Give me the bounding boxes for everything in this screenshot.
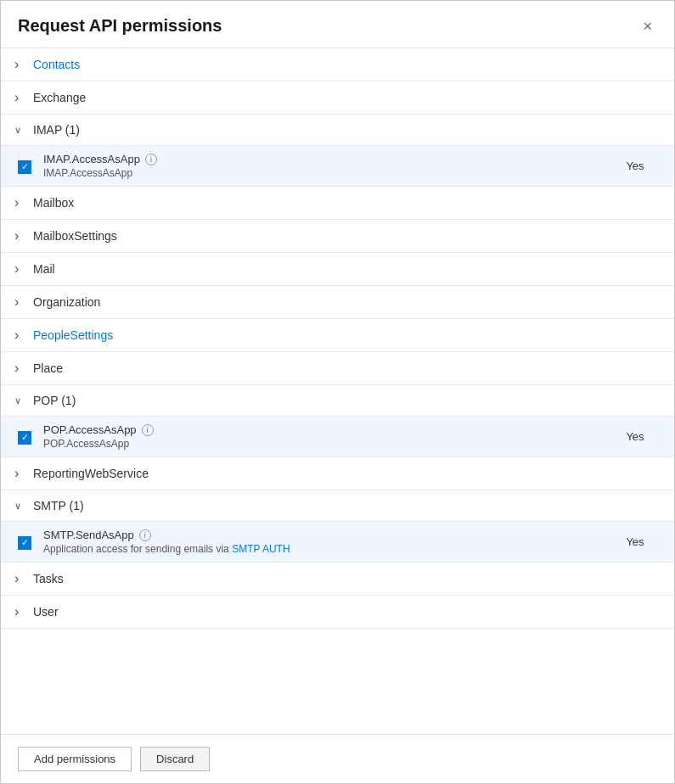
section-label-mail: Mail [33,262,55,276]
section-user: ›User [1,596,674,629]
chevron-icon-peoplesettings: › [14,328,26,343]
perm-admin-SMTP.SendAsApp: Yes [610,535,661,548]
section-header-tasks[interactable]: ›Tasks [1,563,674,595]
perm-name-SMTP.SendAsApp: SMTP.SendAsAppi [43,529,610,541]
section-header-organization[interactable]: ›Organization [1,286,674,318]
dialog-header: Request API permissions × [1,1,674,48]
chevron-icon-smtp: ∨ [14,501,26,512]
section-header-peoplesettings[interactable]: ›PeopleSettings [1,319,674,351]
chevron-icon-pop: ∨ [14,395,26,406]
chevron-icon-mailbox: › [14,195,26,210]
section-header-mailboxsettings[interactable]: ›MailboxSettings [1,220,674,252]
chevron-icon-place: › [14,361,26,376]
section-label-reportingwebservice: ReportingWebService [33,467,149,480]
section-header-exchange[interactable]: ›Exchange [1,81,674,114]
request-api-permissions-dialog: Request API permissions × ›Contacts›Exch… [0,0,675,784]
smtp-auth-link[interactable]: SMTP AUTH [232,543,290,555]
perm-info-POP.AccessAsApp: POP.AccessAsAppiPOP.AccessAsApp [43,423,610,450]
checkbox-pop-accessasapp[interactable] [18,431,31,445]
perm-admin-IMAP.AccessAsApp: Yes [610,160,661,172]
chevron-icon-reportingwebservice: › [14,466,26,481]
section-place: ›Place [1,352,674,385]
chevron-icon-user: › [14,604,26,619]
section-label-imap: IMAP (1) [33,123,80,137]
section-header-mailbox[interactable]: ›Mailbox [1,187,674,219]
info-icon-POP.AccessAsApp[interactable]: i [142,424,154,436]
perm-desc-SMTP.SendAsApp: Application access for sending emails vi… [43,543,610,555]
section-exchange: ›Exchange [1,81,674,115]
perm-desc-IMAP.AccessAsApp: IMAP.AccessAsApp [43,167,610,179]
chevron-icon-mail: › [14,261,26,277]
info-icon-IMAP.AccessAsApp[interactable]: i [145,154,157,165]
section-label-tasks: Tasks [33,572,64,585]
section-label-contacts: Contacts [33,58,80,71]
perm-info-IMAP.AccessAsApp: IMAP.AccessAsAppiIMAP.AccessAsApp [43,153,610,179]
content-area: ›Contacts›Exchange∨IMAP (1)IMAP.AccessAs… [1,48,674,734]
section-mailboxsettings: ›MailboxSettings [1,220,674,253]
chevron-icon-contacts: › [14,57,26,72]
close-button[interactable]: × [638,17,657,36]
section-pop: ∨POP (1)POP.AccessAsAppiPOP.AccessAsAppY… [1,385,674,457]
chevron-icon-exchange: › [14,90,26,105]
section-label-user: User [33,605,59,619]
section-header-mail[interactable]: ›Mail [1,253,674,285]
permission-row-pop-accessasapp: POP.AccessAsAppiPOP.AccessAsAppYes [1,416,674,456]
section-header-place[interactable]: ›Place [1,352,674,384]
perm-name-IMAP.AccessAsApp: IMAP.AccessAsAppi [43,153,610,165]
section-header-smtp[interactable]: ∨SMTP (1) [1,490,674,521]
section-label-place: Place [33,361,63,375]
section-contacts: ›Contacts [1,48,674,81]
section-tasks: ›Tasks [1,563,674,596]
section-header-imap[interactable]: ∨IMAP (1) [1,115,674,145]
add-permissions-button[interactable]: Add permissions [18,747,132,771]
section-header-contacts[interactable]: ›Contacts [1,48,674,81]
section-label-pop: POP (1) [33,394,76,407]
checkbox-imap-accessasapp[interactable] [18,160,31,174]
section-label-mailboxsettings: MailboxSettings [33,229,117,243]
section-imap: ∨IMAP (1)IMAP.AccessAsAppiIMAP.AccessAsA… [1,115,674,187]
checkbox-area-POP.AccessAsApp [18,428,31,445]
section-label-peoplesettings: PeopleSettings [33,328,113,342]
checkbox-area-SMTP.SendAsApp [18,534,31,550]
checkbox-area-IMAP.AccessAsApp [18,158,31,174]
section-mailbox: ›Mailbox [1,187,674,220]
section-label-exchange: Exchange [33,91,86,104]
chevron-icon-organization: › [14,294,26,310]
section-header-pop[interactable]: ∨POP (1) [1,385,674,416]
permission-row-smtp-sendasapp: SMTP.SendAsAppiApplication access for se… [1,521,674,562]
section-reportingwebservice: ›ReportingWebService [1,457,674,490]
section-mail: ›Mail [1,253,674,286]
dialog-title: Request API permissions [18,16,222,36]
section-label-mailbox: Mailbox [33,196,74,210]
section-organization: ›Organization [1,286,674,319]
section-header-user[interactable]: ›User [1,596,674,628]
dialog-footer: Add permissions Discard [1,734,674,783]
chevron-icon-mailboxsettings: › [14,228,26,244]
perm-info-SMTP.SendAsApp: SMTP.SendAsAppiApplication access for se… [43,529,610,555]
section-label-organization: Organization [33,295,100,309]
permission-row-imap-accessasapp: IMAP.AccessAsAppiIMAP.AccessAsAppYes [1,145,674,186]
discard-button[interactable]: Discard [140,747,210,771]
section-header-reportingwebservice[interactable]: ›ReportingWebService [1,457,674,490]
section-peoplesettings: ›PeopleSettings [1,319,674,352]
perm-desc-POP.AccessAsApp: POP.AccessAsApp [43,438,610,450]
section-smtp: ∨SMTP (1)SMTP.SendAsAppiApplication acce… [1,490,674,563]
section-label-smtp: SMTP (1) [33,499,84,512]
info-icon-SMTP.SendAsApp[interactable]: i [139,529,151,541]
perm-admin-POP.AccessAsApp: Yes [610,430,661,443]
perm-name-POP.AccessAsApp: POP.AccessAsAppi [43,423,610,436]
chevron-icon-tasks: › [14,571,26,586]
checkbox-smtp-sendasapp[interactable] [18,536,31,550]
chevron-icon-imap: ∨ [14,125,26,136]
